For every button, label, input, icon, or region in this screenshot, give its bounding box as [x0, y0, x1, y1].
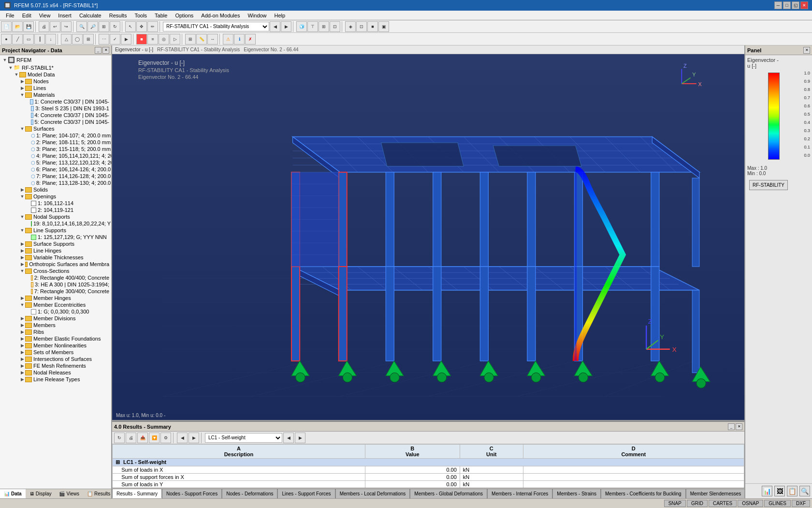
rtab-lines-support[interactable]: Lines - Support Forces [277, 489, 335, 498]
nav-tab-display[interactable]: 🖥 Display [26, 489, 56, 498]
rtab-summary[interactable]: Results - Summary [112, 489, 162, 498]
lc-combo[interactable]: LC1 - Self-weight [205, 433, 282, 443]
tree-surf-2[interactable]: ⬡ 2: Plane; 108-111; 5; 200.0 mm [0, 139, 111, 146]
col-header-b[interactable]: BValue [365, 445, 460, 459]
results-minimize[interactable]: _ [728, 423, 735, 430]
tree-item-ortho[interactable]: ▶ Orthotropic Surfaces and Membra [0, 261, 111, 268]
tree-cs-2[interactable]: 2: Rectangle 400/400; Concrete [0, 274, 111, 281]
tb-solid[interactable]: ■ [367, 21, 378, 32]
rtab-members-local[interactable]: Members - Local Deformations [335, 489, 410, 498]
tb2-measure[interactable]: 📏 [196, 34, 207, 45]
tb-zoom-out[interactable]: 🔎 [87, 21, 98, 32]
tree-item-mem-ecc[interactable]: ▼ Member Eccentricities [0, 301, 111, 308]
rt-export[interactable]: 📤 [137, 433, 148, 443]
tree-surf-6[interactable]: ⬡ 6: Plane; 106,124-126; 4; 200.0 [0, 166, 111, 173]
menu-file[interactable]: File [2, 11, 18, 20]
tb-material[interactable]: ▣ [378, 21, 389, 32]
restore-button[interactable]: ◱ [792, 1, 799, 9]
rt-refresh[interactable]: ↻ [114, 433, 125, 443]
tree-item-rfem[interactable]: ▼ 🔲 RFEM [0, 56, 111, 64]
tree-op-2[interactable]: 2: 104,119-121 [0, 207, 111, 213]
nav-close[interactable]: ✕ [102, 47, 109, 54]
tree-mat-1[interactable]: 1: Concrete C30/37 | DIN 1045- [0, 98, 111, 105]
expand-model[interactable]: ▼ [8, 65, 14, 70]
tree-item-sets-mem[interactable]: ▶ Sets of Members [0, 349, 111, 356]
tb-wireframe[interactable]: ⊡ [356, 21, 367, 32]
tree-item-nodes[interactable]: ▶ Nodes [0, 78, 111, 85]
tree-item-surf-sup[interactable]: ▶ Surface Supports [0, 240, 111, 247]
menu-table[interactable]: Table [151, 11, 171, 20]
tb2-lines[interactable]: ╱ [12, 34, 23, 45]
tb-front-view[interactable]: ⊞ [319, 21, 329, 32]
tree-mat-4[interactable]: 4: Concrete C30/37 | DIN 1045- [0, 112, 111, 119]
tree-surf-8[interactable]: ⬡ 8: Plane; 113,128-130; 4; 200.0 [0, 179, 111, 186]
rtab-members-internal[interactable]: Members - Internal Forces [487, 489, 552, 498]
rt-prev[interactable]: ◀ [177, 433, 188, 443]
rt-print[interactable]: 🖨 [126, 433, 136, 443]
tree-item-mem-hinges[interactable]: ▶ Member Hinges [0, 295, 111, 301]
rt-settings[interactable]: ⚙ [160, 433, 171, 443]
tree-item-ribs[interactable]: ▶ Ribs [0, 329, 111, 335]
tree-item-mem-div[interactable]: ▶ Member Divisions [0, 315, 111, 322]
tb-draw[interactable]: ✏ [147, 21, 158, 32]
tb-side-view[interactable]: ⊡ [330, 21, 340, 32]
tb2-isolines[interactable]: ≡ [147, 34, 158, 45]
tb2-cs[interactable]: ⊞ [83, 34, 94, 45]
tree-item-cs[interactable]: ▼ Cross-Sections [0, 268, 111, 274]
tb-print[interactable]: 🖨 [39, 21, 49, 32]
tb2-mesh[interactable]: ⋯ [99, 34, 109, 45]
tb2-members[interactable]: ┃ [34, 34, 45, 45]
tb2-loads[interactable]: ↓ [45, 34, 56, 45]
tb-prev[interactable]: ◀ [270, 21, 280, 32]
panel-view-btn-2[interactable]: 🖼 [774, 486, 785, 496]
tree-item-surfaces[interactable]: ▼ Surfaces [0, 125, 111, 132]
nav-tab-results[interactable]: 📋 Results [83, 489, 114, 498]
tree-ecc-1[interactable]: 1: G; 0,0,300; 0,0,300 [0, 308, 111, 315]
tree-item-lines[interactable]: ▶ Lines [0, 85, 111, 91]
menu-insert[interactable]: Insert [54, 11, 75, 20]
menu-tools[interactable]: Tools [130, 11, 151, 20]
panel-view-btn-3[interactable]: 📋 [787, 486, 798, 496]
tb-render[interactable]: ◈ [345, 21, 356, 32]
tree-surf-1[interactable]: ⬡ 1: Plane; 104-107; 4; 200.0 mm [0, 132, 111, 139]
expand-rfem[interactable]: ▼ [2, 58, 8, 62]
tb2-supports[interactable]: △ [61, 34, 72, 45]
tb-rotate[interactable]: ↻ [110, 21, 120, 32]
tb-undo[interactable]: ↩ [50, 21, 60, 32]
panel-view-btn-1[interactable]: 📊 [762, 486, 772, 496]
tree-item-mem-nonlin[interactable]: ▶ Member Nonlinearities [0, 342, 111, 349]
panel-close[interactable]: ✕ [803, 47, 810, 54]
tree-item-model[interactable]: ▼ 📁 RF-STABIL1* [0, 64, 111, 71]
tb-top-view[interactable]: ⊤ [307, 21, 318, 32]
panel-zoom[interactable]: 🔍 [799, 486, 810, 496]
tree-cs-3[interactable]: 3: HE A 300 | DIN 1025-3:1994; [0, 281, 111, 288]
menu-options[interactable]: Options [171, 11, 197, 20]
tb-zoom-all[interactable]: ⊞ [99, 21, 109, 32]
menu-addon[interactable]: Add-on Modules [197, 11, 244, 20]
rt-lc-prev[interactable]: ◀ [283, 433, 294, 443]
rtab-slendernesses[interactable]: Member Slendernesses [686, 489, 744, 498]
tree-surf-3[interactable]: ⬡ 3: Plane; 115-118; 5; 200.0 mm [0, 146, 111, 152]
nav-minimize[interactable]: _ [95, 47, 102, 54]
tb2-color-scale[interactable]: ■ [136, 34, 147, 45]
minimize-button[interactable]: ─ [774, 1, 782, 9]
tree-item-fe-mesh[interactable]: ▶ FE Mesh Refinements [0, 362, 111, 369]
menu-calculate[interactable]: Calculate [75, 11, 105, 20]
tb2-nodes[interactable]: ● [1, 34, 12, 45]
tree-mat-5[interactable]: 5: Concrete C30/37 | DIN 1045- [0, 119, 111, 125]
tb2-delete[interactable]: ✗ [245, 34, 256, 45]
tree-item-line-hinges[interactable]: ▶ Line Hinges [0, 247, 111, 254]
tb2-hinges[interactable]: ◯ [72, 34, 83, 45]
menu-view[interactable]: View [35, 11, 55, 20]
tb2-check[interactable]: ✓ [110, 34, 120, 45]
rf-stability-button[interactable]: RF-STABILITY [749, 180, 788, 190]
tree-surf-7[interactable]: ⬡ 7: Plane; 114,126-128; 4; 200.0 [0, 173, 111, 179]
tb-move[interactable]: ✥ [136, 21, 147, 32]
3d-viewport[interactable]: Eigenvector - u [-] RF-STABILITY CA1 - S… [112, 45, 744, 421]
col-header-d[interactable]: DComment [523, 445, 744, 459]
tb-open[interactable]: 📂 [12, 21, 23, 32]
menu-help[interactable]: Help [271, 11, 290, 20]
rtab-members-buckling[interactable]: Members - Coefficients for Buckling [601, 489, 686, 498]
rt-next[interactable]: ▶ [188, 433, 199, 443]
tb2-info[interactable]: ℹ [234, 34, 245, 45]
